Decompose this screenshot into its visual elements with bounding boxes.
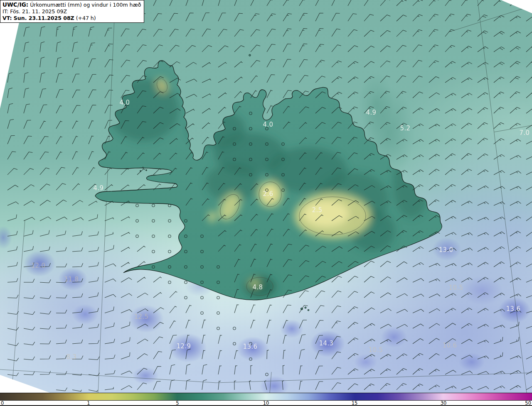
- iceland-landmass: [95, 54, 442, 311]
- colorbar-tick: 5: [176, 400, 179, 406]
- colorbar-tick-labels: 01510153050: [0, 401, 532, 406]
- colorbar-tick: 30: [441, 400, 447, 406]
- product-id: UWC/IG:: [2, 1, 28, 8]
- map-domain: 4.04.04.95.27.04.92.62.54.812.011.812.51…: [0, 0, 532, 393]
- map-title-line2: IT: Fös. 21. 11. 2025 09Z: [2, 8, 141, 15]
- map-overlay-svg: [0, 0, 532, 393]
- map-title-line1: UWC/IG: Úrkomumætti (mm) og vindur i 100…: [2, 1, 141, 8]
- forecast-map: 4.04.04.95.27.04.92.62.54.812.011.812.51…: [0, 0, 532, 393]
- map-title-line3: VT: Sun. 23.11.2025 08Z (+47 h): [2, 15, 141, 22]
- colorbar-gradient: [0, 393, 532, 401]
- map-title-box: UWC/IG: Úrkomumætti (mm) og vindur i 100…: [0, 0, 144, 23]
- colorbar-tick: 50: [525, 400, 531, 406]
- colorbar-tick: 0: [1, 400, 4, 406]
- colorbar-tick: 10: [263, 400, 269, 406]
- colorbar-tick: 15: [352, 400, 358, 406]
- colorbar: 01510153050: [0, 393, 532, 406]
- weather-map-page: { "title_box": { "line1": { "label": "UW…: [0, 0, 532, 406]
- colorbar-tick: 1: [87, 400, 90, 406]
